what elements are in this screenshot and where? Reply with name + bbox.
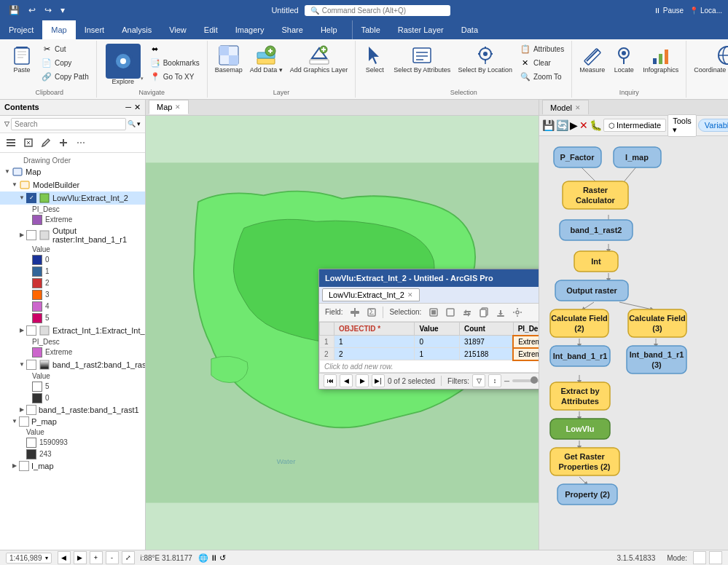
- map-tab-close[interactable]: ✕: [175, 103, 181, 111]
- band1rast2-expand-icon[interactable]: ▼: [17, 361, 26, 368]
- scale-selector[interactable]: 1:416,989 ▾: [6, 553, 52, 564]
- add-layer-btn[interactable]: [55, 135, 71, 151]
- tab-edit[interactable]: Edit: [195, 20, 227, 39]
- tab-help[interactable]: Help: [312, 20, 346, 39]
- copy-path-button[interactable]: 🔗 Copy Path: [38, 70, 92, 83]
- zoom-to-button[interactable]: 🔍 Zoom To: [517, 70, 567, 83]
- table-row[interactable]: 2 2 1 215188 Extreme 1: [320, 348, 539, 360]
- cut-button[interactable]: ✂ Cut: [38, 42, 92, 55]
- first-page-btn[interactable]: ⏮: [324, 374, 337, 387]
- sort-btn[interactable]: ↕: [488, 374, 501, 387]
- tree-item-band1rast2[interactable]: ▼ band_1_rast2:band_1_rast2: [0, 358, 145, 371]
- next-extent-btn[interactable]: ▶: [74, 551, 87, 564]
- qat-dropdown-btn[interactable]: ▾: [58, 4, 68, 17]
- tab-data[interactable]: Data: [453, 20, 487, 39]
- prev-extent-btn[interactable]: ◀: [58, 551, 71, 564]
- coordinate-conversion-button[interactable]: Coordinate Conversion: [691, 42, 728, 76]
- contents-minimize-btn[interactable]: ─: [125, 103, 131, 112]
- model-tab-close-btn[interactable]: ✕: [575, 104, 581, 111]
- tab-imagery[interactable]: Imagery: [227, 20, 273, 39]
- intermediate-button[interactable]: ⬡ Intermediate: [603, 119, 666, 132]
- measure-button[interactable]: Measure: [576, 42, 608, 76]
- table-copy-selected-btn[interactable]: [476, 305, 492, 320]
- tree-item-map[interactable]: ▼ Map: [0, 165, 145, 178]
- tree-item-pmap[interactable]: ▼ P_map: [0, 416, 145, 427]
- extract-int1-expand-icon[interactable]: ▶: [17, 327, 26, 333]
- select-button[interactable]: Select: [360, 42, 389, 76]
- model-save-btn[interactable]: 💾: [542, 119, 555, 131]
- add-row-msg[interactable]: Click to add new row.: [320, 360, 539, 373]
- table-deselect-btn[interactable]: [442, 305, 458, 320]
- contents-search-input[interactable]: [11, 118, 126, 130]
- model-run-btn[interactable]: ▶: [570, 119, 578, 131]
- table-field-add-btn[interactable]: [347, 305, 363, 320]
- pause-btn[interactable]: ⏸ Pause: [654, 7, 684, 15]
- contents-search-dropdown-btn[interactable]: ▾: [137, 120, 141, 127]
- infographics-button[interactable]: Infographics: [640, 42, 681, 76]
- tab-share[interactable]: Share: [273, 20, 312, 39]
- lowvlu-checkbox[interactable]: ✓: [26, 193, 36, 203]
- explore-button[interactable]: Explore ▾: [101, 42, 145, 87]
- table-field-calc-btn[interactable]: Σ: [364, 305, 380, 320]
- command-search-input[interactable]: [322, 7, 445, 15]
- add-data-button[interactable]: Add Data ▾: [247, 42, 286, 76]
- save-qat-btn[interactable]: 💾: [6, 4, 23, 17]
- contents-search-btn[interactable]: 🔍: [128, 120, 136, 127]
- table-settings-btn[interactable]: [509, 305, 525, 320]
- map-tab[interactable]: Map ✕: [149, 100, 189, 114]
- table-export-btn[interactable]: [493, 305, 509, 320]
- map-expand-icon[interactable]: ▼: [3, 168, 12, 175]
- paste-button[interactable]: Paste: [7, 42, 36, 76]
- command-search[interactable]: 🔍: [305, 5, 450, 16]
- copy-button[interactable]: 📄 Copy: [38, 56, 92, 69]
- attributes-button[interactable]: 📋 Attributes: [517, 42, 567, 55]
- zoom-thumb[interactable]: [531, 376, 538, 384]
- tab-map[interactable]: Map: [42, 20, 75, 39]
- band1rast2-checkbox[interactable]: [26, 360, 36, 370]
- table-tab-close-btn[interactable]: ✕: [407, 291, 413, 299]
- extract-int1-checkbox[interactable]: [26, 325, 36, 336]
- zoom-in-btn[interactable]: +: [90, 551, 103, 564]
- lmap-expand-icon[interactable]: ▶: [10, 462, 19, 469]
- pmap-expand-icon[interactable]: ▼: [10, 418, 19, 424]
- projection-btn[interactable]: 🌐: [198, 553, 208, 563]
- tools-button[interactable]: Tools ▾: [668, 114, 697, 137]
- clear-button[interactable]: ✕ Clear: [517, 56, 567, 69]
- table-content[interactable]: OBJECTID * Value Count PI_Desc RasterCel…: [319, 322, 539, 373]
- play-btn[interactable]: ▶: [356, 374, 369, 387]
- undo-qat-btn[interactable]: ↩: [26, 4, 39, 17]
- modelbuilder-expand-icon[interactable]: ▼: [10, 181, 19, 188]
- pidesc-header[interactable]: PI_Desc: [513, 322, 539, 336]
- model-stop-btn[interactable]: ✕: [579, 119, 588, 131]
- filter-btn[interactable]: ▽: [472, 374, 485, 387]
- tree-item-output-raster[interactable]: ▶ Output raster:Int_band_1_r1: [0, 226, 145, 245]
- lowvlu-expand-icon[interactable]: ▼: [17, 194, 26, 201]
- go-to-xy-button[interactable]: 📍 Go To XY: [146, 70, 203, 83]
- model-refresh-btn[interactable]: 🔄: [556, 119, 568, 131]
- tab-table[interactable]: Table: [352, 20, 389, 39]
- lmap-checkbox[interactable]: [19, 461, 29, 471]
- tree-item-modelbuilder[interactable]: ▼ ModelBuilder: [0, 178, 145, 191]
- tab-project[interactable]: Project: [0, 20, 42, 39]
- locate-button[interactable]: Locate: [609, 42, 638, 76]
- output-raster-checkbox[interactable]: [26, 230, 36, 240]
- tab-insert[interactable]: Insert: [76, 20, 114, 39]
- zoom-out-btn[interactable]: -: [106, 551, 119, 564]
- objectid-header[interactable]: OBJECTID *: [334, 322, 415, 336]
- tab-raster-layer[interactable]: Raster Layer: [389, 20, 453, 39]
- tab-view[interactable]: View: [160, 20, 195, 39]
- map-view[interactable]: Water LowVlu:Extract_Int_2 - Untitled - …: [146, 116, 539, 550]
- select-by-location-button[interactable]: Select By Location: [455, 42, 515, 76]
- table-select-all-btn[interactable]: [426, 305, 442, 320]
- select-by-attributes-button[interactable]: Select By Attributes: [391, 42, 453, 76]
- edit-layers-btn[interactable]: [38, 135, 54, 151]
- count-header[interactable]: Count: [459, 322, 513, 336]
- mode-btn2[interactable]: [709, 551, 722, 564]
- zoom-slider[interactable]: [512, 379, 539, 382]
- table-switch-selection-btn[interactable]: [459, 305, 475, 320]
- tree-item-extract-int1[interactable]: ▶ Extract_Int_1:Extract_Int_1: [0, 324, 145, 337]
- prev-page-btn[interactable]: ◀: [340, 374, 353, 387]
- tab-analysis[interactable]: Analysis: [113, 20, 160, 39]
- pmap-checkbox[interactable]: [19, 416, 29, 427]
- basemap-button[interactable]: Basemap: [212, 42, 246, 76]
